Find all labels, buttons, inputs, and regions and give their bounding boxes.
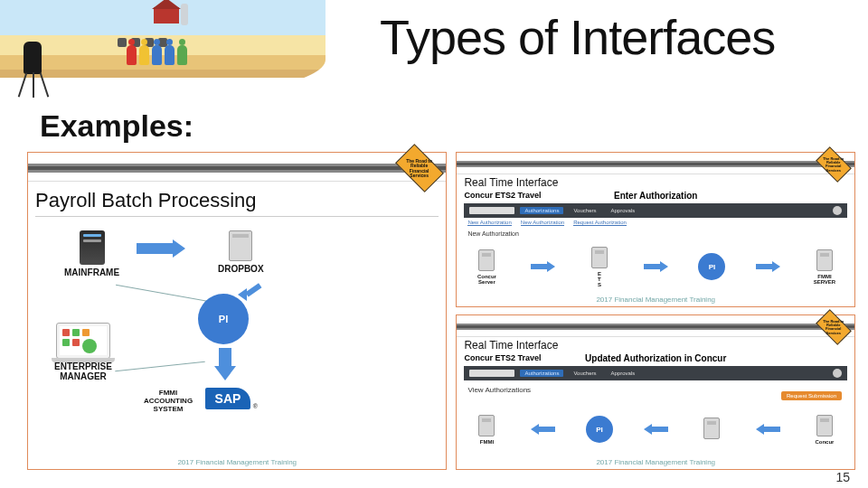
concur-logo-icon xyxy=(469,207,514,214)
connector-line xyxy=(115,361,205,371)
new-authorization-label: New Authorization xyxy=(467,230,518,237)
pi-node: PI xyxy=(577,416,622,443)
payroll-card-heading: Payroll Batch Processing xyxy=(35,189,257,212)
card-footnote: 2017 Financial Management Training xyxy=(28,458,446,466)
silo-icon xyxy=(181,4,188,25)
mainframe-node: MAINFRAME xyxy=(64,230,119,277)
sublink[interactable]: Request Authorization xyxy=(573,220,627,226)
arrow-right-icon xyxy=(756,261,780,272)
concur-node: Concur xyxy=(802,415,847,445)
realtime-heading: Real Time Interface xyxy=(464,176,558,189)
pi-circle-icon: PI xyxy=(698,253,725,280)
concur-tab[interactable]: Authorizations xyxy=(520,207,563,214)
sublink[interactable]: New Authorization xyxy=(467,220,511,226)
arrow-right-icon xyxy=(531,261,555,272)
pi-node: PI xyxy=(198,294,249,344)
sap-node: SAP ® xyxy=(205,388,250,409)
concur-logo-icon xyxy=(469,370,514,377)
concur-app-bar: Authorizations Vouchers Approvals xyxy=(464,203,847,218)
sap-logo-icon: SAP xyxy=(205,388,250,409)
request-submission-button[interactable]: Request Submission xyxy=(781,391,842,400)
slide-title: Types of Interfaces xyxy=(380,9,863,65)
card-footnote: 2017 Financial Management Training xyxy=(457,458,854,466)
concur-server-node: Concur Server xyxy=(464,249,509,285)
road-banner xyxy=(28,153,446,182)
enterprise-manager-node: ENTERPRISE MANAGER xyxy=(42,323,124,381)
enter-auth-title: Enter Authorization xyxy=(457,191,854,201)
barn-icon xyxy=(154,7,179,23)
concur-tab[interactable]: Approvals xyxy=(606,370,639,377)
arrow-right-icon xyxy=(644,261,668,272)
examples-heading: Examples: xyxy=(40,108,193,144)
road-banner xyxy=(457,153,854,174)
realtime-flow: Concur Server E T S PI FMMI SERVER xyxy=(464,245,847,288)
road-banner xyxy=(457,315,854,337)
dropbox-node: DROPBOX xyxy=(218,230,264,274)
server-box-icon xyxy=(478,249,495,271)
page-number: 15 xyxy=(835,470,850,484)
concur-tab[interactable]: Approvals xyxy=(606,207,639,214)
arrow-left-icon xyxy=(644,424,668,435)
concur-tab[interactable]: Vouchers xyxy=(569,207,600,214)
header-illustration xyxy=(0,0,326,99)
dropbox-icon xyxy=(229,230,252,261)
sublink[interactable]: New Authorization xyxy=(521,220,564,226)
server-box-icon xyxy=(703,418,720,439)
server-box-icon xyxy=(591,247,608,268)
server-box-icon xyxy=(816,415,833,436)
card-footnote: 2017 Financial Management Training xyxy=(457,296,854,304)
server-icon xyxy=(80,230,105,265)
examples-panels: The Road to Reliable Financial Services … xyxy=(27,152,855,470)
fmmi-label: FMMI ACCOUNTING SYSTEM xyxy=(137,386,200,413)
realtime-updated-auth-card: The Road to Reliable Financial Services … xyxy=(456,314,855,470)
realtime-heading: Real Time Interface xyxy=(464,339,558,352)
concur-tab[interactable]: Authorizations xyxy=(520,370,563,377)
fmmi-server-node: FMMI SERVER xyxy=(802,249,847,285)
pi-circle-icon: PI xyxy=(586,416,613,443)
concur-sublinks: New Authorization New Authorization Requ… xyxy=(467,220,626,226)
payroll-batch-card: The Road to Reliable Financial Services … xyxy=(27,152,447,470)
concur-app-bar: Authorizations Vouchers Approvals xyxy=(464,366,847,380)
ets-node: E T S xyxy=(577,247,622,287)
middle-node xyxy=(689,418,734,442)
divider xyxy=(35,216,439,217)
updated-auth-title: Updated Authorization in Concur xyxy=(457,353,854,363)
server-box-icon xyxy=(478,415,495,436)
realtime-enter-auth-card: The Road to Reliable Financial Services … xyxy=(456,152,855,307)
road-sign-icon: The Road to Reliable Financial Services xyxy=(396,144,445,192)
pi-node: PI xyxy=(689,253,734,280)
arrow-left-icon xyxy=(531,424,555,435)
people-icons xyxy=(127,45,187,65)
server-box-icon xyxy=(816,249,833,271)
avatar-icon[interactable] xyxy=(833,369,842,378)
laptop-icon xyxy=(56,323,110,359)
cameraman-icon xyxy=(4,36,52,99)
realtime-cards-column: The Road to Reliable Financial Services … xyxy=(456,152,855,470)
avatar-icon[interactable] xyxy=(833,206,842,215)
tripod-icon xyxy=(20,72,47,99)
realtime-flow-reverse: FMMI PI Concur xyxy=(464,408,847,451)
view-authorizations-label: View Authorizations xyxy=(467,386,531,394)
pi-circle-icon: PI xyxy=(198,294,249,344)
fmmi-node: FMMI xyxy=(464,415,509,445)
arrow-left-icon xyxy=(756,424,780,435)
concur-tab[interactable]: Vouchers xyxy=(569,370,600,377)
